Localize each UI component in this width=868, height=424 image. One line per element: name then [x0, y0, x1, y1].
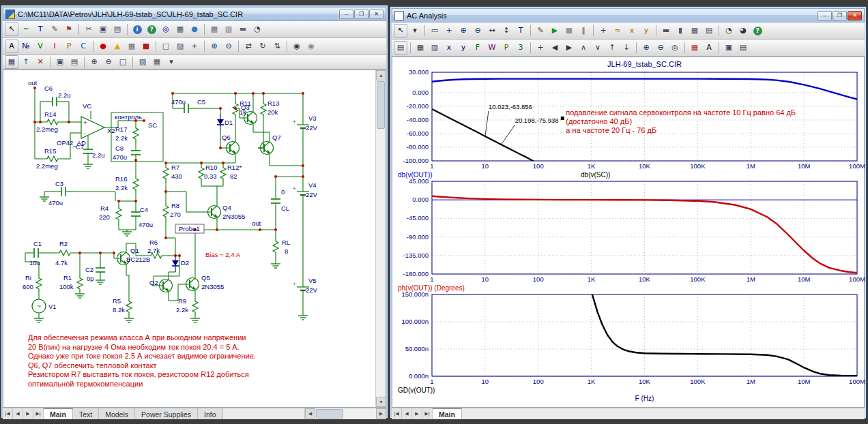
- tag-horizontal-button[interactable]: x: [625, 24, 639, 37]
- log-y-button[interactable]: y: [457, 41, 470, 55]
- color-picker-button[interactable]: ■: [139, 40, 153, 53]
- maximize-button[interactable]: [354, 10, 368, 19]
- power-button[interactable]: P: [62, 40, 76, 53]
- plots-svg[interactable]: JLH-69_tstab_SC.CIR30.0000.000-20.000-40…: [392, 57, 867, 407]
- cursor-readout[interactable]: 10.023,-63.856: [489, 103, 532, 110]
- tab-info[interactable]: Info: [198, 408, 223, 419]
- schematic-horizontal-scrollbar[interactable]: ◀ ▶: [304, 408, 386, 419]
- zoom-window-button[interactable]: ▭: [428, 24, 442, 37]
- analysis-window-titlebar[interactable]: AC Analysis: [392, 8, 865, 22]
- scroll-down-arrow[interactable]: ▼: [376, 397, 386, 407]
- add-plot-button[interactable]: ▦: [414, 41, 427, 55]
- flag-mode-button[interactable]: ⚑: [62, 22, 76, 36]
- crosshair-button[interactable]: +: [188, 40, 201, 53]
- minimize-button[interactable]: [339, 10, 353, 19]
- first-page-arrow[interactable]: |◀: [3, 408, 13, 419]
- mode-dropdown-button[interactable]: ▾: [408, 24, 422, 37]
- tile-vertical-button[interactable]: ▮: [674, 24, 687, 37]
- zoom-out-button[interactable]: ⊖: [471, 24, 484, 37]
- text-tool-button[interactable]: T: [514, 24, 527, 37]
- attribute-warning-button[interactable]: ▲: [111, 40, 124, 53]
- first-page-arrow[interactable]: |◀: [392, 408, 402, 419]
- page-window-button[interactable]: ▦: [5, 55, 18, 69]
- schematic-window-titlebar[interactable]: C:\MC11\DATA\Petrov\JLH\JLH-69-tstab_SC\…: [3, 7, 386, 21]
- maximize-button[interactable]: [833, 11, 847, 20]
- scale-x-button[interactable]: ↔: [485, 24, 499, 37]
- border-toggle-button[interactable]: ▥: [222, 22, 235, 36]
- schematic-svg[interactable]: +++~outC62.2uVCR142.2megR152.2megX2OP42_…: [3, 70, 378, 407]
- hscroll-thumb[interactable]: [316, 409, 343, 419]
- help-mode-button[interactable]: ?: [145, 22, 158, 36]
- watch-button[interactable]: W: [485, 41, 499, 55]
- pin-connections-button[interactable]: ●: [96, 40, 110, 53]
- currents-button[interactable]: I: [48, 40, 61, 53]
- scroll-up-arrow[interactable]: ▲: [376, 70, 386, 80]
- cursor-button[interactable]: +: [534, 41, 547, 55]
- trace-label[interactable]: db(v(SC)): [581, 171, 610, 179]
- copy-graph-button[interactable]: ▣: [722, 41, 736, 55]
- zoom-out-page-button[interactable]: ⊖: [102, 55, 115, 69]
- paste-button[interactable]: ▤: [111, 22, 124, 36]
- scroll-right-arrow[interactable]: ▶: [376, 408, 386, 419]
- node-voltages-button[interactable]: V: [33, 40, 47, 53]
- minimize-button[interactable]: [818, 11, 832, 20]
- stop-button[interactable]: ■: [562, 24, 576, 37]
- conditions-button[interactable]: C: [76, 40, 90, 53]
- mirror-button[interactable]: ⇄: [242, 40, 255, 53]
- last-page-arrow[interactable]: ▶|: [422, 408, 433, 419]
- repeat-find-button[interactable]: ◉: [304, 40, 318, 53]
- tab-power-supplies[interactable]: Power Supplies: [135, 408, 198, 419]
- cursor-marker[interactable]: [561, 117, 564, 120]
- tab-text[interactable]: Text: [73, 408, 99, 419]
- font-button[interactable]: A: [702, 41, 716, 55]
- zoom-in-button[interactable]: ⊕: [207, 40, 221, 53]
- prev-page-arrow[interactable]: ◀: [13, 408, 23, 419]
- image-capture-button[interactable]: ▨: [136, 55, 149, 69]
- zoom-out-button[interactable]: ⊖: [222, 40, 235, 53]
- analysis-properties-button[interactable]: ▤: [394, 41, 407, 55]
- select-tool-button[interactable]: ↖: [5, 22, 18, 36]
- next-page-arrow[interactable]: ▶: [412, 408, 422, 419]
- page-close-button[interactable]: ✕: [33, 55, 47, 69]
- three-d-button[interactable]: 3: [514, 41, 527, 55]
- copy-to-clipboard-button[interactable]: ▣: [53, 55, 67, 69]
- pan-mode-button[interactable]: +: [442, 24, 456, 37]
- zoom-in-page-button[interactable]: ⊕: [87, 55, 101, 69]
- trace-label[interactable]: GD(v(OUT)): [398, 387, 435, 394]
- grid-toggle-button[interactable]: ▦: [207, 22, 221, 36]
- run-button[interactable]: ▶: [548, 24, 562, 37]
- copy-button[interactable]: ▣: [96, 22, 110, 36]
- high-button[interactable]: ↑: [605, 41, 619, 55]
- low-button[interactable]: ↓: [620, 41, 633, 55]
- data-points-button[interactable]: ≈: [611, 24, 624, 37]
- title-block-button[interactable]: ▬: [236, 22, 250, 36]
- panel-layout-button[interactable]: ▦: [688, 24, 701, 37]
- attribute-text-button[interactable]: A: [5, 40, 18, 53]
- tab-main[interactable]: Main: [44, 408, 73, 419]
- browser-button[interactable]: ●: [188, 22, 201, 36]
- info-button[interactable]: i: [130, 22, 144, 36]
- schematic-canvas[interactable]: +++~outC62.2uVCR142.2megR152.2megX2OP42_…: [3, 70, 386, 408]
- grid-text-button[interactable]: ▦: [125, 40, 139, 53]
- zoom-area-button[interactable]: □: [116, 55, 130, 69]
- stack-plots-button[interactable]: ▤: [736, 41, 750, 55]
- cut-button[interactable]: ✂: [82, 22, 96, 36]
- panel-wide-button[interactable]: ▤: [702, 24, 716, 37]
- zoom-quarter-button[interactable]: ◔: [722, 24, 736, 37]
- prev-page-arrow[interactable]: ◀: [402, 408, 412, 419]
- cursor-position-button[interactable]: ◎: [668, 41, 682, 55]
- tile-horizontal-button[interactable]: ▬: [659, 24, 673, 37]
- close-button[interactable]: [848, 11, 862, 20]
- page-up-button[interactable]: ↑: [19, 55, 33, 69]
- valley-button[interactable]: ∨: [591, 41, 605, 55]
- cursor-readout[interactable]: 20.198,-75.938: [515, 117, 559, 124]
- copy-page-button[interactable]: ▤: [68, 55, 81, 69]
- search-button[interactable]: ◔: [250, 22, 264, 36]
- flip-y-button[interactable]: ⇅: [270, 40, 284, 53]
- go-left-button[interactable]: ◀: [548, 41, 562, 55]
- delete-plot-button[interactable]: ▥: [428, 41, 442, 55]
- scale-y-button[interactable]: ↕: [500, 24, 513, 37]
- properties-button[interactable]: ✎: [534, 24, 547, 37]
- zoom-half-button[interactable]: ◕: [736, 24, 750, 37]
- close-button[interactable]: [369, 10, 384, 19]
